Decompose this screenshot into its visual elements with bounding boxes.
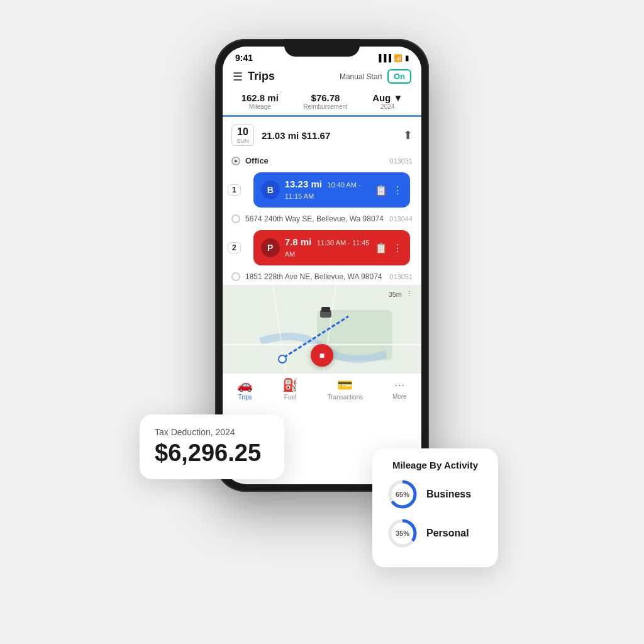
stats-row: 162.8 mi Mileage $76.78 Reimbursement Au… xyxy=(223,89,421,117)
nav-transactions[interactable]: 💳 Transactions xyxy=(327,377,363,401)
trip-mid-location-2: 1851 228th Ave NE, Bellevue, WA 98074 01… xyxy=(223,269,421,285)
menu-icon[interactable]: ☰ xyxy=(233,70,243,84)
trip-2-card[interactable]: P 7.8 mi 11:30 AM - 11:45 AM 📋 ⋮ xyxy=(253,230,410,265)
trip-2-actions: 📋 ⋮ xyxy=(375,242,402,254)
reimbursement-stat: $76.78 Reimbursement xyxy=(303,92,348,110)
nav-fuel[interactable]: ⛽ Fuel xyxy=(282,377,298,401)
duration-text: 35m xyxy=(389,291,402,298)
day-header: 10 SUN 21.03 mi $11.67 ⬆ xyxy=(223,118,421,152)
business-donut: 65% xyxy=(386,478,419,511)
trip-1-wrapper: 1 B 13.23 mi 10:40 AM - 11:15 AM 📋 ⋮ xyxy=(223,169,421,211)
reimbursement-value: $76.78 xyxy=(303,92,348,103)
stop-button[interactable]: ■ xyxy=(311,344,333,367)
day-badge: 10 SUN xyxy=(231,125,254,146)
trip-1-doc-icon[interactable]: 📋 xyxy=(375,184,387,196)
trip-2-num: 2 xyxy=(228,242,241,253)
reimbursement-label: Reimbursement xyxy=(303,103,348,110)
trip-2-info: 7.8 mi 11:30 AM - 11:45 AM xyxy=(285,236,370,259)
trip-1-miles: 13.23 mi xyxy=(285,179,322,189)
status-icons: ▐▐▐ 📶 ▮ xyxy=(377,54,409,62)
svg-point-4 xyxy=(279,355,286,363)
tax-deduction-card: Tax Deduction, 2024 $6,296.25 xyxy=(140,414,284,479)
trip-1-more-icon[interactable]: ⋮ xyxy=(392,184,402,196)
trip-2-wrapper: 2 P 7.8 mi 11:30 AM - 11:45 AM 📋 ⋮ xyxy=(223,227,421,269)
nav-more[interactable]: ··· More xyxy=(392,377,407,401)
trip-2-avatar: P xyxy=(261,238,280,257)
mid-location-1-name: 5674 240th Way SE, Bellevue, Wa 98074 xyxy=(245,214,384,223)
year-value: 2024 xyxy=(372,103,402,110)
app-header: ☰ Trips Manual Start On xyxy=(223,65,421,89)
nav-trips[interactable]: 🚗 Trips xyxy=(237,377,253,401)
nav-fuel-icon: ⛽ xyxy=(282,377,298,392)
personal-activity-label: Personal xyxy=(426,528,469,539)
nav-trips-label: Trips xyxy=(238,394,252,401)
header-right: Manual Start On xyxy=(340,69,411,84)
mid-location-2-id: 013051 xyxy=(389,273,413,280)
nav-more-label: More xyxy=(392,393,407,400)
play-icon: ▶ xyxy=(231,157,240,165)
trip-mid-location-1: 5674 240th Way SE, Bellevue, Wa 98074 01… xyxy=(223,211,421,227)
svg-rect-3 xyxy=(321,307,330,312)
nav-transactions-label: Transactions xyxy=(327,394,363,401)
trip-1-card[interactable]: B 13.23 mi 10:40 AM - 11:15 AM 📋 ⋮ xyxy=(253,172,410,208)
trip-1-info: 13.23 mi 10:40 AM - 11:15 AM xyxy=(285,179,370,201)
mileage-stat: 162.8 mi Mileage xyxy=(242,92,279,110)
trip-1-avatar: B xyxy=(261,180,280,199)
mid-location-1-id: 013044 xyxy=(389,215,413,223)
trip-origin-location: ▶ Office 013031 xyxy=(223,152,421,169)
nav-transactions-icon: 💳 xyxy=(337,377,353,392)
map-duration: 35m ⋮ xyxy=(389,290,413,298)
mileage-card-title: Mileage By Activity xyxy=(386,460,484,470)
mid-location-2-name: 1851 228th Ave NE, Bellevue, WA 98074 xyxy=(245,272,382,281)
trip-1-num: 1 xyxy=(228,184,241,196)
manual-start-toggle[interactable]: On xyxy=(387,69,411,84)
manual-start-label: Manual Start xyxy=(340,72,382,81)
scene: 9:41 ▐▐▐ 📶 ▮ ☰ Trips Manual Start On xyxy=(158,39,486,605)
origin-name: Office xyxy=(245,156,269,165)
month-value: Aug ▼ xyxy=(372,92,402,103)
trip-2-more-icon[interactable]: ⋮ xyxy=(392,242,402,254)
tax-label: Tax Deduction, 2024 xyxy=(155,427,269,437)
mileage-activity-card: Mileage By Activity 65% Business 35% xyxy=(372,448,498,567)
business-activity-label: Business xyxy=(426,489,471,500)
status-time: 9:41 xyxy=(235,53,253,63)
day-name: SUN xyxy=(236,138,250,144)
day-summary: 21.03 mi $11.67 xyxy=(262,130,396,141)
business-pct-label: 65% xyxy=(396,491,409,498)
dot-icon-2 xyxy=(231,272,240,281)
mileage-value: 162.8 mi xyxy=(242,92,279,103)
battery-icon: ▮ xyxy=(405,54,409,62)
origin-id: 013031 xyxy=(389,157,413,165)
stop-icon: ■ xyxy=(319,350,325,360)
day-number: 10 xyxy=(236,126,250,138)
nav-trips-icon: 🚗 xyxy=(237,377,253,392)
export-icon[interactable]: ⬆ xyxy=(403,128,413,142)
notch xyxy=(284,39,360,57)
month-stat[interactable]: Aug ▼ 2024 xyxy=(372,92,402,110)
tax-amount: $6,296.25 xyxy=(155,440,269,467)
page-title: Trips xyxy=(248,70,275,83)
dot-icon-1 xyxy=(231,214,240,223)
trip-2-doc-icon[interactable]: 📋 xyxy=(375,242,387,254)
duration-more-icon[interactable]: ⋮ xyxy=(406,290,413,298)
mileage-label: Mileage xyxy=(242,103,279,110)
trip-2-miles: 7.8 mi xyxy=(285,236,312,247)
nav-more-icon: ··· xyxy=(394,377,405,392)
header-left: ☰ Trips xyxy=(233,70,275,84)
signal-icon: ▐▐▐ xyxy=(377,54,391,62)
trip-1-actions: 📋 ⋮ xyxy=(375,184,402,196)
personal-row: 35% Personal xyxy=(386,517,484,550)
wifi-icon: 📶 xyxy=(394,54,402,62)
personal-donut: 35% xyxy=(386,517,419,550)
map-area: 35m ⋮ ■ xyxy=(223,285,421,373)
bottom-nav: 🚗 Trips ⛽ Fuel 💳 Transactions ··· More xyxy=(223,373,421,406)
personal-pct-label: 35% xyxy=(396,530,409,537)
business-row: 65% Business xyxy=(386,478,484,511)
nav-fuel-label: Fuel xyxy=(284,394,296,401)
